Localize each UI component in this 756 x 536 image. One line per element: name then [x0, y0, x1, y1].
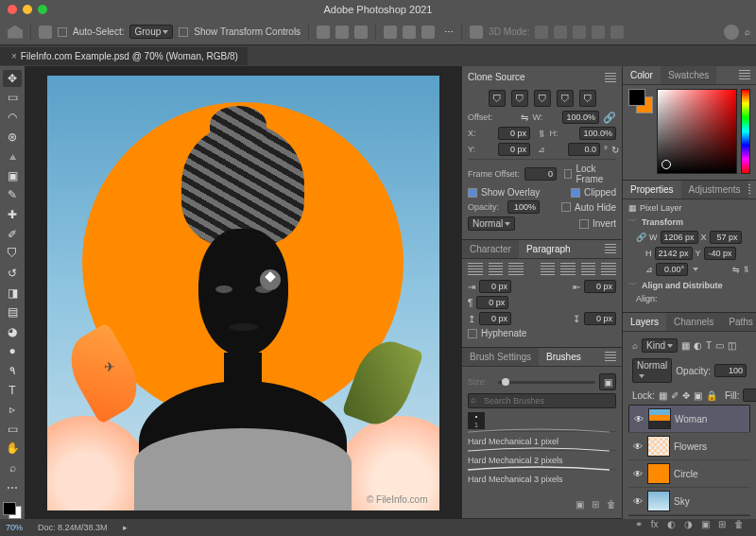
zoom-dot[interactable] [38, 5, 47, 14]
flip-h-icon[interactable]: ⇋ [732, 265, 740, 274]
home-icon[interactable] [8, 26, 23, 39]
align-left-icon[interactable] [468, 263, 483, 276]
flip-h-icon[interactable]: ⇋ [521, 112, 528, 123]
history-brush-tool[interactable]: ↺ [3, 265, 22, 282]
layer-fill-field[interactable]: 100 [743, 389, 756, 402]
tab-properties[interactable]: Properties [623, 181, 681, 199]
tab-swatches[interactable]: Swatches [661, 66, 716, 84]
clone-angle-field[interactable]: 0.0 [568, 143, 600, 156]
eyedropper-tool[interactable]: ✎ [3, 187, 22, 204]
layer-item[interactable]: 👁Sky [628, 488, 750, 515]
overlay-opacity-field[interactable]: 100% [507, 200, 540, 214]
layer-thumbnail[interactable] [648, 408, 671, 429]
layer-name[interactable]: Woman [675, 414, 707, 424]
3d-tool-icon[interactable] [535, 26, 548, 39]
filter-pixel-icon[interactable]: ▦ [681, 340, 690, 351]
user-icon[interactable] [724, 25, 739, 40]
lasso-tool[interactable]: ◠ [3, 109, 22, 126]
prop-y-field[interactable]: -40 px [704, 247, 736, 260]
indent-left-field[interactable]: 0 px [479, 280, 511, 293]
justify-right-icon[interactable] [581, 263, 596, 276]
brush-tool[interactable]: ✐ [3, 226, 22, 243]
hand-tool[interactable]: ✋ [3, 441, 22, 458]
shape-tool[interactable]: ▭ [3, 421, 22, 438]
hyphenate-checkbox[interactable] [468, 329, 477, 338]
document-canvas[interactable]: ✈ © FileInfo.com [47, 76, 439, 510]
prop-w-field[interactable]: 1206 px [661, 231, 698, 244]
align-icon[interactable] [317, 26, 330, 39]
layer-item[interactable]: 👁Flowers [628, 433, 750, 460]
pen-tool[interactable]: ٩ [3, 362, 22, 379]
frame-offset-field[interactable]: 0 [524, 167, 557, 181]
mask-icon[interactable]: ◐ [667, 519, 676, 529]
more-icon[interactable]: ⋯ [444, 26, 454, 37]
filter-icon[interactable]: ⌕ [632, 340, 638, 351]
clone-x-field[interactable]: 0 px [498, 127, 530, 140]
tab-paragraph[interactable]: Paragraph [519, 240, 578, 258]
path-select-tool[interactable]: ▹ [3, 401, 22, 418]
tab-brushes[interactable]: Brushes [539, 348, 589, 366]
marquee-tool[interactable]: ▭ [3, 90, 22, 107]
disclosure-icon[interactable]: ﹀ [628, 216, 637, 228]
visibility-icon[interactable]: 👁 [632, 469, 644, 479]
lock-pos-icon[interactable]: ✥ [682, 390, 690, 401]
new-brush-icon[interactable]: ▣ [599, 373, 616, 390]
brush-preset[interactable]: Hard Mechanical 3 pixels [468, 469, 616, 486]
show-overlay-checkbox[interactable] [468, 188, 477, 198]
align-icon[interactable] [335, 26, 349, 39]
panel-menu-icon[interactable] [605, 352, 616, 361]
clone-source-slot[interactable]: ⛉ [534, 90, 551, 107]
heal-tool[interactable]: ✚ [3, 206, 22, 223]
distribute-icon[interactable] [421, 26, 435, 39]
lock-paint-icon[interactable]: ✐ [671, 390, 679, 401]
color-swatches[interactable] [3, 502, 22, 519]
adjustment-icon[interactable]: ◑ [684, 519, 693, 529]
frame-tool[interactable]: ▣ [3, 167, 22, 184]
reset-icon[interactable]: ↻ [611, 145, 619, 155]
3d-tool-icon[interactable] [554, 26, 567, 39]
move-tool-opt-icon[interactable] [39, 26, 52, 39]
tab-character[interactable]: Character [462, 240, 519, 258]
layer-name[interactable]: Flowers [674, 441, 707, 452]
filter-type-icon[interactable]: T [706, 340, 712, 351]
clone-h-field[interactable]: 100.0% [579, 127, 616, 140]
clone-source-slot[interactable]: ⛉ [511, 90, 528, 107]
blend-mode-select[interactable]: Normal [632, 358, 672, 383]
overlay-blend-select[interactable]: Normal [468, 216, 515, 231]
auto-hide-checkbox[interactable] [561, 202, 571, 212]
distribute-icon[interactable] [403, 26, 416, 39]
clone-source-slot[interactable]: ⛉ [557, 90, 574, 107]
minimize-dot[interactable] [23, 5, 32, 14]
brush-size-slider[interactable] [498, 381, 595, 384]
move-tool[interactable]: ✥ [3, 70, 22, 87]
distribute-icon[interactable] [384, 26, 397, 39]
group-icon[interactable]: ▣ [701, 519, 710, 529]
dodge-tool[interactable]: ● [3, 343, 22, 360]
close-tab-icon[interactable]: × [11, 51, 17, 61]
filter-adjust-icon[interactable]: ◐ [694, 340, 702, 351]
blur-tool[interactable]: ◕ [3, 323, 22, 340]
clipped-checkbox[interactable] [571, 188, 580, 198]
layer-thumbnail[interactable] [647, 491, 670, 511]
layer-name[interactable]: Circle [674, 469, 698, 479]
show-transform-checkbox[interactable] [179, 27, 188, 37]
tab-color[interactable]: Color [623, 66, 661, 84]
panel-menu-icon[interactable] [748, 184, 750, 194]
clone-source-slot[interactable]: ⛉ [489, 90, 506, 107]
hue-bar[interactable] [741, 89, 750, 174]
brush-search-input[interactable] [468, 393, 616, 408]
doc-info[interactable]: Doc: 8.24M/38.3M [38, 523, 108, 532]
clone-source-slot[interactable]: ⛉ [579, 90, 596, 107]
eraser-tool[interactable]: ◨ [3, 285, 22, 302]
first-line-field[interactable]: 0 px [476, 296, 508, 309]
new-brush-preset-icon[interactable]: ⊞ [592, 499, 599, 510]
clone-y-field[interactable]: 0 px [498, 143, 530, 156]
trash-icon[interactable]: 🗑 [734, 519, 744, 529]
align-icon[interactable] [354, 26, 368, 39]
3d-tool-icon[interactable] [610, 26, 624, 39]
align-center-icon[interactable] [489, 263, 504, 276]
close-dot[interactable] [8, 5, 17, 14]
filter-shape-icon[interactable]: ▭ [715, 340, 724, 351]
filter-kind-select[interactable]: Kind [642, 338, 678, 353]
edit-toolbar[interactable]: ⋯ [3, 479, 22, 496]
